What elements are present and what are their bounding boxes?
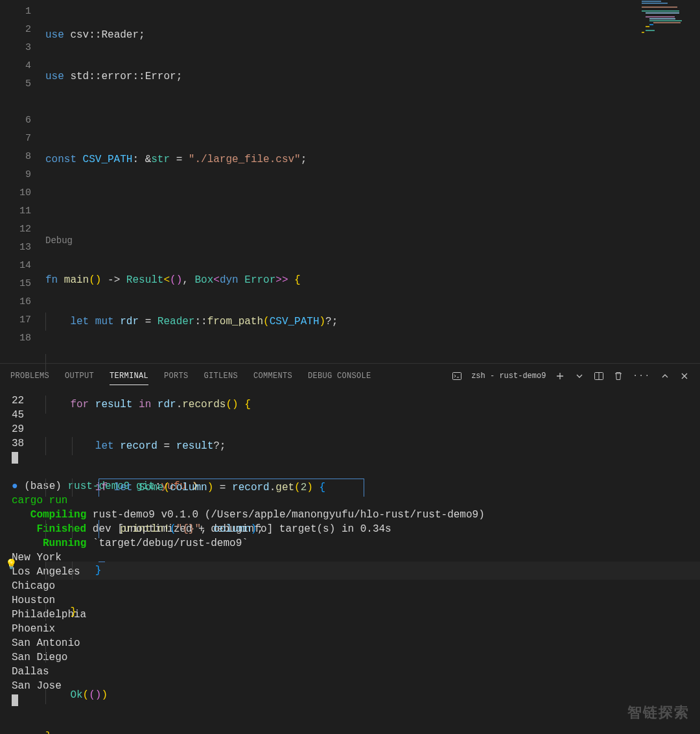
terminal-icon[interactable] (452, 371, 462, 381)
minimap[interactable] (642, 0, 700, 65)
close-panel-icon[interactable] (679, 371, 690, 381)
cursor-block (12, 452, 18, 464)
split-terminal-icon[interactable] (594, 371, 604, 381)
new-terminal-icon[interactable] (555, 371, 565, 381)
code-editor[interactable]: 1 2 3 4 5 6 7 8 9 10 11 12 13 14 15 16 1… (0, 0, 700, 363)
tab-comments[interactable]: COMMENTS (253, 372, 292, 381)
watermark: 智链探索 (627, 703, 690, 722)
tab-gitlens[interactable]: GITLENS (204, 372, 239, 381)
tab-terminal[interactable]: TERMINAL (110, 372, 148, 385)
chevron-down-icon[interactable] (574, 371, 585, 381)
tab-output[interactable]: OUTPUT (65, 372, 94, 381)
tab-problems[interactable]: PROBLEMS (10, 372, 49, 381)
svg-rect-0 (453, 373, 461, 380)
tab-ports[interactable]: PORTS (164, 372, 189, 381)
chevron-up-icon[interactable] (660, 371, 670, 381)
shell-label[interactable]: zsh - rust-demo9 (471, 372, 546, 381)
code-line-current[interactable]: 💡 } (45, 562, 700, 580)
codelens-debug[interactable]: Debug (45, 235, 73, 246)
panel-tabs: PROBLEMS OUTPUT TERMINAL PORTS GITLENS C… (0, 364, 700, 388)
cursor-block (12, 694, 18, 706)
line-number-gutter: 1 2 3 4 5 6 7 8 9 10 11 12 13 14 15 16 1… (0, 0, 45, 363)
code-content[interactable]: use csv::Reader; use std::error::Error; … (45, 0, 700, 363)
tab-debug-console[interactable]: DEBUG CONSOLE (308, 372, 371, 381)
more-icon[interactable]: ··· (633, 372, 651, 381)
lightbulb-icon[interactable]: 💡 (5, 556, 18, 574)
trash-icon[interactable] (613, 371, 624, 381)
